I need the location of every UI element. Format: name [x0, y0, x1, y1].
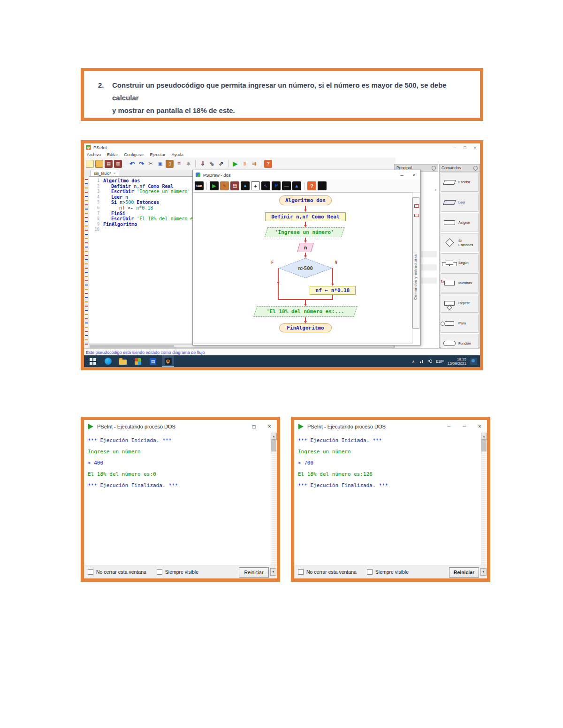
ide-titlebar[interactable]: ψ PSeInt –□×	[84, 143, 480, 151]
window-control[interactable]: –	[448, 423, 451, 430]
menu-archivo[interactable]: Archivo	[87, 152, 101, 157]
flowchart-read-node[interactable]: n	[297, 243, 314, 252]
view-icon[interactable]: ●	[241, 181, 250, 190]
flowchart-assign-node[interactable]: nf ← n*0.18	[310, 286, 356, 295]
pin-icon[interactable]	[472, 165, 479, 171]
command-si-entonces[interactable]: Si Entonces	[441, 233, 479, 252]
command-mientras[interactable]: Mientras	[441, 273, 479, 293]
paste-icon[interactable]: ▯	[166, 160, 174, 168]
save-file-icon[interactable]: ▤	[105, 160, 113, 168]
run-step-icon[interactable]: ‖	[241, 160, 249, 168]
tab-close-icon[interactable]: ×	[114, 171, 116, 175]
command-para[interactable]: Para	[441, 314, 479, 333]
console-window-controls: □×	[252, 420, 271, 433]
fit-icon[interactable]: +	[251, 181, 260, 190]
step-run-icon[interactable]: ⇓	[198, 160, 206, 168]
clock[interactable]: 18:15 15/09/2021	[448, 357, 466, 366]
help-icon[interactable]: ?	[307, 181, 316, 190]
psdraw-side-tab[interactable]: Comandos y estructuras	[412, 197, 419, 329]
siempre-visible-checkbox[interactable]	[367, 569, 373, 575]
step-into-icon[interactable]: ⇘	[208, 160, 216, 168]
copy-icon[interactable]: ▣	[156, 160, 164, 168]
window-control[interactable]: ×	[268, 423, 271, 430]
command-escribir[interactable]: Escribir	[441, 173, 479, 192]
chevron-right-icon[interactable]: ›	[435, 188, 436, 192]
window-control[interactable]: ×	[478, 423, 481, 430]
word-icon[interactable]: ▤	[147, 355, 159, 367]
window-control[interactable]: –	[454, 145, 456, 150]
flowchart-end-node[interactable]: FinAlgoritmo	[279, 323, 332, 332]
window-control[interactable]: –	[400, 172, 403, 178]
run-icon[interactable]: ▶	[210, 181, 219, 190]
sub-button[interactable]: Sub	[195, 181, 204, 190]
command-asignar[interactable]: Asignar	[441, 213, 479, 232]
run-icon[interactable]: ▶	[231, 160, 239, 168]
psdraw-titlebar[interactable]: PSDraw - dos –×	[193, 170, 420, 180]
explorer-icon[interactable]	[117, 355, 129, 367]
select-icon[interactable]: ▲	[292, 181, 301, 190]
console-titlebar[interactable]: PSeInt - Ejecutando proceso DOS □×	[84, 420, 277, 433]
redo-icon[interactable]: ↷	[137, 160, 145, 168]
scroll-up-icon[interactable]: ▲	[481, 433, 487, 440]
flowchart-write-node[interactable]: 'Ingrese un número'	[265, 227, 345, 237]
reiniciar-button[interactable]: Reiniciar	[449, 567, 479, 578]
help-icon[interactable]: ?	[264, 160, 272, 168]
reiniciar-button[interactable]: Reiniciar	[239, 567, 269, 578]
volume-icon[interactable]	[427, 359, 432, 364]
scroll-up-icon[interactable]: ▲	[271, 433, 277, 440]
flowchart-start-node[interactable]: Algoritmo dos	[279, 195, 332, 205]
network-icon[interactable]	[418, 359, 424, 363]
print-icon[interactable]: ▤	[230, 181, 239, 190]
pointer-icon[interactable]: ↖	[261, 181, 270, 190]
language-indicator[interactable]: ESP	[436, 359, 444, 364]
chevron-up-icon[interactable]	[412, 359, 415, 364]
notification-icon[interactable]	[470, 358, 477, 365]
scroll-down-icon[interactable]: ▼	[270, 568, 276, 576]
save-as-icon[interactable]: ▥	[114, 160, 122, 168]
pin-icon[interactable]	[431, 165, 437, 171]
step-out-icon[interactable]: ⇗	[217, 160, 225, 168]
tab-sin-titulo[interactable]: sin_titulo* ×	[91, 170, 119, 176]
undo-icon[interactable]: ↶	[128, 160, 136, 168]
toolbar-separator	[125, 160, 125, 167]
line-icon[interactable]: —	[282, 181, 291, 190]
siempre-visible-checkbox[interactable]	[157, 569, 162, 575]
window-control[interactable]: ×	[413, 172, 416, 178]
console-titlebar[interactable]: PSeInt - Ejecutando proceso DOS ––×	[294, 420, 487, 433]
pseint-icon[interactable]: ψ	[162, 355, 174, 367]
console-output[interactable]: *** Ejecución Iniciada. ***Ingrese un nú…	[84, 433, 271, 565]
flowchart-define-node[interactable]: Definir n,nf Como Real	[265, 212, 346, 221]
window-control[interactable]: ×	[474, 145, 476, 150]
command-leer[interactable]: Leer	[441, 193, 479, 212]
no-cerrar-checkbox[interactable]	[88, 569, 93, 575]
command-repetir[interactable]: Repetir	[441, 293, 479, 313]
window-control[interactable]: □	[252, 423, 256, 430]
command-según[interactable]: Según	[441, 253, 479, 272]
start-button[interactable]	[87, 355, 99, 367]
open-file-icon[interactable]	[95, 160, 103, 168]
menu-configurar[interactable]: Configurar	[124, 152, 144, 157]
console-output[interactable]: *** Ejecución Iniciada. ***Ingrese un nú…	[294, 433, 481, 565]
menu-ayuda[interactable]: Ayuda	[172, 152, 183, 157]
window-control[interactable]: –	[463, 423, 466, 430]
special-chars-icon[interactable]: ∗	[184, 160, 192, 168]
scrollbar[interactable]: ▲	[271, 433, 277, 565]
flowchart-icon[interactable]: ⇉	[250, 160, 258, 168]
edit-commands-icon[interactable]: ≡	[175, 160, 183, 168]
menu-editar[interactable]: Editar	[107, 152, 118, 157]
paste-icon[interactable]: P	[272, 181, 281, 190]
cut-icon[interactable]: ✂	[147, 160, 155, 168]
new-file-icon[interactable]	[86, 160, 94, 168]
menu-ejecutar[interactable]: Ejecutar	[150, 152, 166, 157]
scroll-down-icon[interactable]: ▼	[480, 568, 487, 576]
scrollbar-thumb[interactable]	[481, 440, 487, 451]
scrollbar[interactable]: ▲	[481, 433, 487, 565]
window-control[interactable]: □	[464, 145, 466, 150]
edge-icon[interactable]	[102, 355, 114, 367]
black-icon[interactable]	[318, 181, 327, 190]
no-cerrar-checkbox[interactable]	[298, 569, 304, 575]
scrollbar-thumb[interactable]	[271, 440, 276, 451]
edit-icon[interactable]: ✎	[220, 181, 229, 190]
flowchart-write2-node[interactable]: 'El 18% del número es:...	[253, 306, 357, 317]
store-icon[interactable]	[132, 355, 144, 367]
